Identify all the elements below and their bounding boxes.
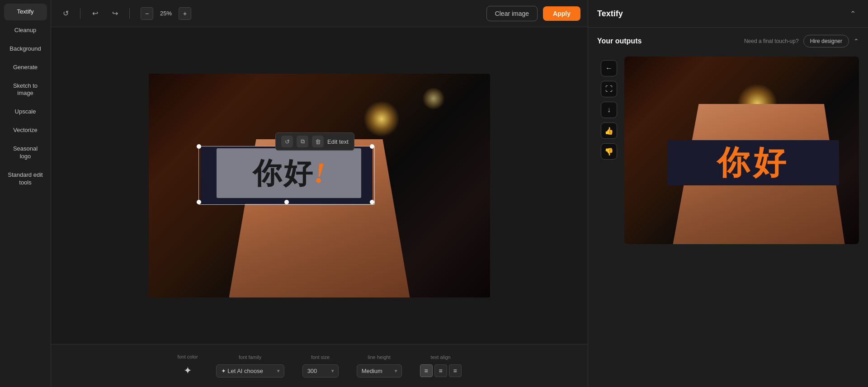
main-area: ↺ ↩ ↪ − 25% + Clear image Apply (51, 0, 588, 387)
line-height-wrapper: Small Medium Large ▼ (357, 364, 402, 378)
output-thumbs-up-button[interactable]: 👍 (601, 123, 617, 139)
font-color-group: font color ✦ (177, 354, 198, 378)
align-right-icon: ≡ (453, 367, 457, 374)
font-size-select[interactable]: 100 200 300 400 500 (302, 364, 339, 378)
right-panel: Textify ⌃ Your outputs Need a final touc… (588, 0, 868, 387)
color-star-icon: ✦ (184, 365, 192, 377)
sidebar-item-background[interactable]: Background (4, 41, 47, 57)
edit-tooltip-label: Edit text (327, 138, 349, 145)
zoom-out-button[interactable]: − (141, 7, 153, 20)
align-center-icon: ≡ (439, 367, 443, 374)
canvas-container[interactable]: 你好! ↺ ⧉ (149, 74, 490, 297)
history-button[interactable]: ↺ (58, 6, 73, 21)
top-toolbar: ↺ ↩ ↪ − 25% + Clear image Apply (51, 0, 588, 27)
output-background: 你好 (624, 57, 859, 244)
align-left-btn[interactable]: ≡ (420, 364, 433, 377)
download-icon: ↓ (607, 106, 611, 114)
font-size-wrapper: 100 200 300 400 500 ▼ (302, 364, 339, 378)
bottom-toolbar: font color ✦ font family ✦ Let AI choose… (51, 344, 588, 387)
undo-icon: ↩ (92, 9, 98, 18)
expand-icon: ⛶ (605, 85, 613, 93)
font-color-picker[interactable]: ✦ (181, 364, 194, 378)
text-editor-chinese: 你好 (253, 154, 314, 193)
output-text: 你好 (717, 141, 789, 184)
undo-button[interactable]: ↩ (88, 6, 102, 21)
duplicate-icon: ⧉ (301, 138, 305, 145)
font-color-label: font color (177, 354, 198, 359)
history-controls: ↺ (58, 6, 73, 21)
outputs-header: Your outputs Need a final touch-up? Hire… (588, 28, 868, 51)
text-align-label: text align (431, 354, 451, 360)
outputs-collapse-icon[interactable]: ⌃ (854, 38, 859, 45)
tooltip-duplicate-btn[interactable]: ⧉ (297, 136, 308, 147)
line-height-group: line height Small Medium Large ▼ (357, 354, 402, 378)
redo-icon: ↪ (112, 9, 118, 18)
output-thumbs-down-button[interactable]: 👎 (601, 143, 617, 160)
panel-title: Textify (597, 9, 623, 19)
align-center-btn[interactable]: ≡ (434, 364, 447, 377)
tooltip-delete-btn[interactable]: 🗑 (312, 136, 324, 147)
outputs-section: Your outputs Need a final touch-up? Hire… (588, 28, 868, 387)
output-image-container: 你好 (624, 57, 859, 244)
sidebar-item-generate[interactable]: Generate (4, 59, 47, 76)
canvas-area: 你好! ↺ ⧉ (51, 27, 588, 344)
font-size-group: font size 100 200 300 400 500 ▼ (302, 354, 339, 378)
sidebar-item-textify[interactable]: Textify (4, 4, 47, 20)
sidebar-item-standard-edit-tools[interactable]: Standard edit tools (4, 167, 47, 191)
font-size-label: font size (311, 354, 330, 360)
trash-icon: 🗑 (315, 138, 321, 145)
touch-up-text: Need a final touch-up? (744, 38, 799, 44)
zoom-value: 25% (157, 10, 175, 17)
font-family-select[interactable]: ✦ Let AI choose Arial Times New Roman Ge… (216, 364, 284, 378)
bokeh-light-2 (422, 87, 445, 110)
redo-button[interactable]: ↪ (108, 6, 122, 21)
thumbs-up-icon: 👍 (604, 127, 613, 135)
outputs-title: Your outputs (597, 37, 642, 45)
font-family-wrapper: ✦ Let AI choose Arial Times New Roman Ge… (216, 364, 284, 378)
outputs-actions: Need a final touch-up? Hire designer ⌃ (744, 35, 859, 47)
edit-tooltip: ↺ ⧉ 🗑 Edit text (275, 132, 354, 151)
clear-image-button[interactable]: Clear image (486, 6, 538, 21)
thumbs-down-icon: 👎 (604, 147, 613, 156)
hire-designer-button[interactable]: Hire designer (803, 35, 849, 47)
sidebar-item-vectorize[interactable]: Vectorize (4, 122, 47, 139)
sidebar-item-upscale[interactable]: Upscale (4, 104, 47, 120)
align-buttons: ≡ ≡ ≡ (420, 364, 462, 377)
text-editor-exclamation: ! (314, 156, 326, 190)
text-overlay-box: 你好! (217, 148, 361, 198)
apply-button[interactable]: Apply (543, 6, 580, 21)
sidebar-item-sketch-to-image[interactable]: Sketch to image (4, 78, 47, 102)
font-family-label: font family (239, 354, 261, 360)
plus-icon: + (183, 10, 187, 17)
output-download-button[interactable]: ↓ (601, 102, 617, 118)
font-family-group: font family ✦ Let AI choose Arial Times … (216, 354, 284, 378)
align-right-btn[interactable]: ≡ (449, 364, 462, 377)
bokeh-light-1 (363, 101, 400, 137)
back-icon: ← (605, 64, 613, 72)
separator-2 (129, 8, 130, 19)
refresh-icon: ↺ (285, 138, 290, 145)
zoom-in-button[interactable]: + (179, 7, 191, 20)
sidebar-item-seasonal-logo[interactable]: Seasonal logo (4, 141, 47, 165)
sidebar-item-cleanup[interactable]: Cleanup (4, 22, 47, 39)
output-sign: 你好 (667, 140, 839, 185)
output-back-button[interactable]: ← (601, 60, 617, 76)
text-align-group: text align ≡ ≡ ≡ (420, 354, 462, 377)
separator-1 (80, 8, 80, 19)
output-image-area: ← ⛶ ↓ 👍 👎 (588, 51, 868, 250)
panel-collapse-button[interactable]: ⌃ (846, 7, 859, 20)
chevron-up-icon: ⌃ (850, 9, 856, 18)
canvas-background: 你好! ↺ ⧉ (149, 74, 490, 297)
tooltip-refresh-btn[interactable]: ↺ (281, 136, 293, 147)
line-height-select[interactable]: Small Medium Large (357, 364, 402, 378)
output-expand-button[interactable]: ⛶ (601, 81, 617, 97)
zoom-controls: − 25% + (141, 7, 191, 20)
minus-icon: − (145, 10, 149, 17)
sidebar: Textify Cleanup Background Generate Sket… (0, 0, 51, 387)
panel-header: Textify ⌃ (588, 0, 868, 28)
history-icon: ↺ (63, 9, 69, 18)
align-left-icon: ≡ (425, 367, 428, 374)
line-height-label: line height (368, 354, 391, 360)
